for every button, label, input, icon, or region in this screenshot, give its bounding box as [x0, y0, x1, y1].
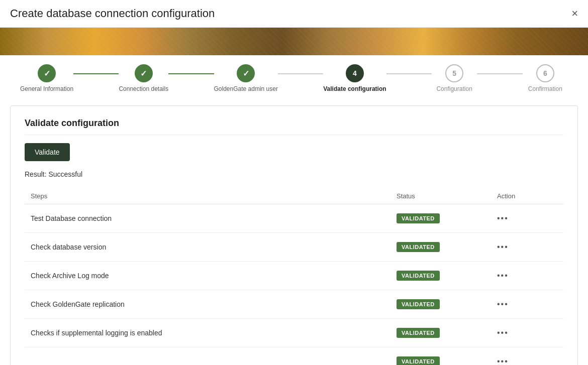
action-menu-2[interactable]: •••	[497, 242, 557, 252]
action-menu-3[interactable]: •••	[497, 271, 557, 280]
decorative-strip	[0, 28, 588, 55]
step-1-label: General Information	[20, 85, 73, 92]
status-badge-4: VALIDATED	[397, 299, 497, 309]
step-5[interactable]: 5 Configuration	[432, 64, 477, 92]
step-name-3: Check Archive Log mode	[31, 272, 397, 280]
table-row: Test Database connection VALIDATED •••	[25, 204, 563, 233]
table-row: Checks if supplemental logging is enable…	[25, 319, 563, 347]
step-2-circle: ✓	[135, 64, 153, 82]
step-1[interactable]: ✓ General Information	[20, 64, 73, 92]
step-2[interactable]: ✓ Connection details	[119, 64, 168, 92]
step-6-label: Confirmation	[528, 85, 562, 92]
result-text: Result: Successful	[25, 170, 563, 178]
stepper: ✓ General Information ✓ Connection detai…	[0, 55, 588, 97]
step-5-label: Configuration	[436, 85, 472, 92]
step-4-number: 4	[353, 69, 357, 77]
step-4[interactable]: 4 Validate configuration	[323, 64, 386, 92]
step-name-4: Check GoldenGate replication	[31, 300, 397, 308]
table-row: Check Archive Log mode VALIDATED •••	[25, 262, 563, 290]
step-2-checkmark: ✓	[140, 69, 147, 78]
table-row: Check database version VALIDATED •••	[25, 233, 563, 262]
col-status: Status	[397, 192, 497, 200]
action-menu-1[interactable]: •••	[497, 214, 557, 223]
status-badge-5: VALIDATED	[397, 328, 497, 338]
step-4-label: Validate configuration	[323, 85, 386, 92]
step-3-label: GoldenGate admin user	[214, 85, 278, 92]
action-menu-4[interactable]: •••	[497, 300, 557, 309]
status-badge-6: VALIDATED	[397, 356, 497, 365]
action-menu-5[interactable]: •••	[497, 328, 557, 337]
connector-4-5	[386, 73, 432, 74]
step-6-circle: 6	[536, 64, 554, 82]
step-4-circle: 4	[346, 64, 364, 82]
step-1-circle: ✓	[38, 64, 56, 82]
step-3[interactable]: ✓ GoldenGate admin user	[214, 64, 278, 92]
step-3-circle: ✓	[237, 64, 255, 82]
close-icon[interactable]: ×	[571, 7, 578, 20]
col-steps: Steps	[31, 192, 397, 200]
connector-1-2	[73, 73, 119, 74]
step-3-checkmark: ✓	[243, 69, 249, 78]
status-badge-1: VALIDATED	[397, 213, 497, 223]
connector-5-6	[477, 73, 522, 74]
step-6-number: 6	[543, 69, 547, 77]
step-5-number: 5	[452, 69, 456, 77]
table-row: Check GoldenGate replication VALIDATED •…	[25, 290, 563, 319]
connector-2-3	[168, 73, 214, 74]
validate-button[interactable]: Validate	[25, 143, 70, 161]
status-badge-2: VALIDATED	[397, 242, 497, 252]
step-1-checkmark: ✓	[44, 69, 50, 78]
table-row: VALIDATED •••	[25, 347, 563, 365]
connector-3-4	[278, 73, 323, 74]
step-2-label: Connection details	[119, 85, 168, 92]
step-name-5: Checks if supplemental logging is enable…	[31, 329, 397, 337]
step-name-1: Test Database connection	[31, 214, 397, 222]
col-action: Action	[497, 192, 557, 200]
step-6[interactable]: 6 Confirmation	[523, 64, 568, 92]
action-menu-6[interactable]: •••	[497, 357, 557, 365]
step-name-2: Check database version	[31, 243, 397, 251]
main-content: Validate configuration Validate Result: …	[10, 105, 578, 365]
page-title: Create database connection configuration	[10, 7, 215, 20]
table-header: Steps Status Action	[25, 188, 563, 204]
step-5-circle: 5	[445, 64, 463, 82]
section-title: Validate configuration	[25, 118, 563, 135]
status-badge-3: VALIDATED	[397, 271, 497, 281]
page-header: Create database connection configuration…	[0, 0, 588, 28]
